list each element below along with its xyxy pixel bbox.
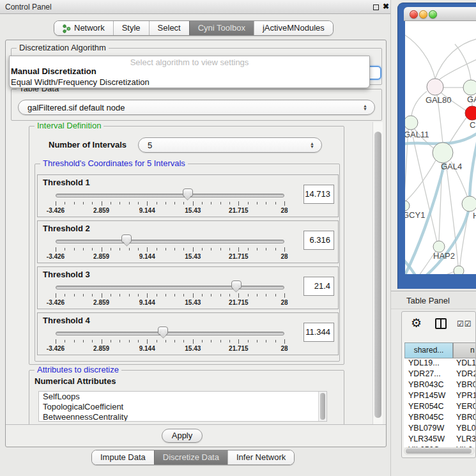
table-panel-title: Table Panel [406, 296, 450, 305]
tab-select[interactable]: Select [149, 21, 189, 35]
threshold-slider[interactable]: -3.4262.8599.14415.4321.71528 [56, 189, 284, 216]
table-rows: YDL19...YDL1YDR27...YDR2YBR043CYBR0YPR14… [404, 358, 476, 447]
network-node-ga[interactable] [463, 80, 476, 95]
node-label: HAP2 [433, 251, 455, 261]
threshold-label: Threshold 1 [43, 178, 90, 187]
slider-ticks [56, 339, 284, 344]
node-label: C [470, 120, 475, 130]
tab-infer-network[interactable]: Infer Network [227, 450, 294, 464]
threshold-slider[interactable]: -3.4262.8599.14415.4321.71528 [56, 235, 284, 262]
slider-ticks [56, 247, 284, 252]
cell-name: YBL0 [452, 424, 476, 433]
table-row[interactable]: YDR27...YDR2 [404, 369, 476, 380]
panel-vertical-scrollbar[interactable] [372, 122, 383, 424]
slider-thumb[interactable] [183, 188, 193, 197]
attributes-group: Attributes to discretize Numerical Attri… [29, 370, 344, 424]
slider-thumb[interactable] [231, 280, 242, 289]
slider-track[interactable] [56, 332, 284, 335]
slider-ticks [56, 201, 284, 206]
attributes-list[interactable]: SelfLoopsTopologicalCoefficientBetweenne… [38, 391, 327, 422]
table-row[interactable]: YBR043CYBR0 [404, 380, 476, 391]
table-data-combobox[interactable]: galFiltered.sif default node ▲▼ [18, 100, 375, 115]
network-node-gal11[interactable] [405, 116, 418, 130]
attribute-item-selfloops[interactable]: SelfLoops [39, 392, 326, 402]
network-node-h[interactable] [462, 196, 476, 211]
network-canvas[interactable]: GAL80GACGAL11GAL4GCY1HHAP2 [405, 21, 476, 274]
threshold-value-field[interactable]: 11.344 [303, 323, 334, 342]
network-node[interactable] [454, 266, 464, 274]
threshold-value-field[interactable]: 6.316 [303, 231, 334, 250]
table-data-value: galFiltered.sif default node [27, 100, 125, 115]
table-row[interactable]: YDL19...YDL1 [404, 358, 476, 369]
algorithm-hint: Select algorithm to view settings [10, 58, 369, 67]
threshold-slider[interactable]: -3.4262.8599.14415.4321.71528 [56, 281, 284, 308]
node-label: H [473, 211, 476, 220]
stepper-arrows-icon: ▲▼ [310, 142, 314, 148]
panel-footer: Apply [6, 424, 386, 447]
table-row[interactable]: YLR345WYLR3 [404, 434, 476, 445]
tab-cyni-toolbox[interactable]: Cyni Toolbox [189, 21, 254, 35]
column-header-name[interactable]: n [453, 342, 476, 358]
threshold-panel: Threshold 3 -3.4262.8599.14415.4321.7152… [37, 266, 339, 309]
slider-ticks [56, 293, 284, 298]
node-label: GAL11 [405, 130, 429, 139]
tab-jactivemnodules[interactable]: jActiveMNodules [254, 21, 333, 35]
cell-name: YBR0 [452, 413, 476, 422]
column-header-shared-name[interactable]: shared... [404, 342, 453, 358]
slider-thumb[interactable] [121, 234, 132, 243]
slider-track[interactable] [56, 194, 284, 197]
tab-label: Cyni Toolbox [198, 21, 245, 35]
tab-network[interactable]: Network [54, 21, 113, 35]
threshold-value-field[interactable]: 21.4 [303, 277, 334, 296]
attributes-list-scrollbar[interactable] [318, 392, 326, 421]
cell-name: YLR3 [452, 434, 476, 443]
threshold-slider[interactable]: -3.4262.8599.14415.4321.71528 [56, 327, 284, 354]
float-window-icon[interactable] [373, 4, 379, 10]
minimize-traffic-light[interactable] [419, 10, 427, 19]
slider-track[interactable] [56, 240, 284, 243]
tab-label: Discretize Data [163, 450, 219, 464]
attribute-item-betweennesscentrality[interactable]: BetweennessCentrality [39, 412, 326, 422]
network-node-gal80[interactable] [427, 79, 443, 95]
group-title: Discretization Algorithm [17, 43, 109, 52]
number-of-intervals-label: Number of Intervals [49, 140, 127, 150]
threshold-panel: Threshold 4 -3.4262.8599.14415.4321.7152… [37, 312, 339, 355]
tab-discretize-data[interactable]: Discretize Data [154, 450, 227, 464]
table-row[interactable]: YPR145WYPR1 [404, 391, 476, 402]
tab-impute-data[interactable]: Impute Data [92, 450, 154, 464]
cell-name: YDL1 [452, 358, 476, 367]
checkboxes-icon[interactable]: ☑☑ [457, 319, 472, 328]
threshold-value-field[interactable]: 14.713 [303, 185, 334, 204]
cell-shared-name: YPR145W [404, 391, 452, 400]
algorithm-option-manual-discretization[interactable]: Manual Discretization [11, 66, 96, 76]
network-node-gal4[interactable] [433, 142, 453, 163]
table-horizontal-scrollbar[interactable] [404, 447, 475, 455]
slider-track[interactable] [56, 286, 284, 289]
table-row[interactable]: YBL079WYBL0 [404, 424, 476, 434]
cell-name: YBR0 [452, 380, 476, 389]
close-icon[interactable]: ✖ [383, 2, 389, 11]
zoom-traffic-light[interactable] [429, 10, 437, 19]
threshold-label: Threshold 4 [43, 316, 90, 325]
columns-icon[interactable] [435, 318, 447, 329]
cell-shared-name: YER054C [404, 402, 452, 411]
algorithm-option-equal-width-frequency-discretization[interactable]: Equal Width/Frequency Discretization [11, 77, 150, 87]
tab-label: Network [74, 21, 105, 35]
bottom-tab-bar: Impute DataDiscretize DataInfer Network [91, 450, 295, 465]
tab-style[interactable]: Style [113, 21, 149, 35]
table-row[interactable]: YER054CYER0 [404, 402, 476, 413]
gear-icon[interactable]: ⚙ [411, 317, 422, 329]
stepper-arrows-icon: ▲▼ [363, 104, 367, 111]
network-node-c[interactable] [465, 106, 476, 120]
slider-thumb[interactable] [158, 326, 168, 335]
network-icon [63, 24, 71, 33]
attribute-item-topologicalcoefficient[interactable]: TopologicalCoefficient [39, 402, 326, 412]
cyni-toolbox-panel: Discretization Algorithm Select algorith… [5, 40, 387, 447]
network-node-gcy1[interactable] [405, 201, 410, 211]
apply-button[interactable]: Apply [162, 429, 203, 443]
close-traffic-light[interactable] [410, 10, 418, 19]
table-row[interactable]: YBR045CYBR0 [404, 413, 476, 424]
network-view-window[interactable]: GAL80GACGAL11GAL4GCY1HHAP2 [397, 3, 476, 289]
number-of-intervals-combobox[interactable]: 5 ▲▼ [138, 137, 322, 153]
network-window-titlebar[interactable] [404, 7, 476, 21]
